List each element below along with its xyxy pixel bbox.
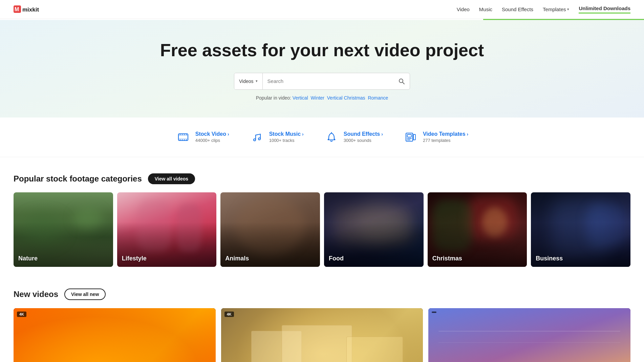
svg-rect-6 — [178, 135, 188, 136]
category-card-food[interactable]: Food — [324, 192, 424, 267]
quick-link-stock-music[interactable]: Stock Music › 1000+ tracks — [250, 130, 304, 145]
svg-rect-8 — [180, 134, 180, 135]
category-card-christmas[interactable]: Christmas — [428, 192, 527, 267]
business-label: Business — [536, 255, 563, 262]
svg-point-16 — [254, 139, 256, 141]
film-reel-icon — [403, 130, 418, 145]
svg-rect-11 — [186, 134, 187, 135]
new-videos-header: New videos View all new — [14, 289, 630, 300]
svg-rect-12 — [180, 139, 180, 141]
svg-rect-10 — [184, 134, 185, 135]
film-icon — [176, 130, 191, 145]
quick-link-sound-effects[interactable]: Sound Effects › 3000+ sounds — [324, 130, 383, 145]
food-label: Food — [329, 255, 344, 262]
categories-section: Popular stock footage categories View al… — [0, 157, 644, 278]
logo-svg: M mixkit — [14, 5, 44, 14]
popular-label: Popular in video: — [256, 95, 291, 101]
quick-link-stock-music-text: Stock Music › 1000+ tracks — [269, 131, 304, 143]
quick-links-section: Stock Video › 44000+ clips Stock Music ›… — [0, 118, 644, 157]
search-type-label: Videos — [239, 79, 254, 84]
tag-vertical[interactable]: Vertical — [293, 95, 308, 101]
search-bar: Videos ▾ — [234, 73, 410, 90]
navbar: M mixkit Video Music Sound Effects Templ… — [0, 0, 644, 19]
video-card-1[interactable]: 4K — [14, 308, 216, 362]
search-input[interactable] — [263, 73, 393, 89]
category-card-business[interactable]: Business — [531, 192, 630, 267]
svg-rect-7 — [178, 139, 188, 139]
view-all-new-button[interactable]: View all new — [64, 289, 106, 300]
quick-link-sound-effects-text: Sound Effects › 3000+ sounds — [344, 131, 383, 143]
hero-section: Free assets for your next video project … — [0, 20, 644, 118]
video-2-thumbnail — [221, 308, 423, 362]
svg-rect-9 — [182, 134, 183, 135]
svg-text:mixkit: mixkit — [22, 6, 39, 13]
svg-point-17 — [258, 138, 260, 140]
quick-link-stock-video[interactable]: Stock Video › 44000+ clips — [176, 130, 229, 145]
nav-links: Video Music Sound Effects Templates ▾ Un… — [457, 5, 630, 14]
nav-music[interactable]: Music — [479, 6, 492, 12]
video-grid: 4K 4K — [14, 308, 630, 362]
video-card-2[interactable]: 4K — [221, 308, 423, 362]
category-card-animals[interactable]: Animals — [220, 192, 320, 267]
popular-tags: Popular in video: Vertical Winter Vertic… — [7, 95, 637, 101]
templates-chevron-icon: ▾ — [567, 7, 569, 12]
christmas-label: Christmas — [432, 255, 462, 262]
quick-link-stock-video-text: Stock Video › 44000+ clips — [195, 131, 229, 143]
svg-rect-14 — [184, 139, 185, 141]
svg-rect-20 — [407, 134, 411, 137]
new-videos-section: New videos View all new 4K 4K — [0, 278, 644, 362]
video-3-badge — [432, 312, 436, 313]
video-3-thumbnail — [428, 308, 630, 362]
svg-rect-15 — [186, 139, 187, 141]
nature-label: Nature — [18, 255, 38, 262]
hero-heading: Free assets for your next video project — [7, 40, 637, 61]
video-1-badge: 4K — [17, 312, 26, 317]
search-button[interactable] — [393, 73, 410, 89]
view-all-videos-button[interactable]: View all videos — [148, 173, 195, 184]
tag-romance[interactable]: Romance — [368, 95, 388, 101]
nav-templates[interactable]: Templates ▾ — [543, 6, 569, 12]
search-icon — [398, 78, 405, 85]
video-1-thumbnail — [14, 308, 216, 362]
svg-rect-13 — [182, 139, 183, 141]
nav-sound-effects[interactable]: Sound Effects — [502, 6, 533, 12]
quick-link-video-templates-text: Video Templates › 277 templates — [423, 131, 468, 143]
bell-icon — [324, 130, 339, 145]
lifestyle-label: Lifestyle — [122, 255, 147, 262]
tag-vertical-christmas[interactable]: Vertical Christmas — [327, 95, 365, 101]
categories-header: Popular stock footage categories View al… — [14, 173, 630, 184]
nav-unlimited[interactable]: Unlimited Downloads — [579, 5, 630, 14]
svg-line-4 — [403, 82, 404, 84]
nav-video[interactable]: Video — [457, 6, 470, 12]
logo[interactable]: M mixkit — [14, 5, 44, 14]
category-grid: Nature Lifestyle Animals — [14, 192, 630, 267]
new-videos-title: New videos — [14, 290, 58, 299]
animals-label: Animals — [225, 255, 249, 262]
search-type-dropdown[interactable]: Videos ▾ — [234, 73, 263, 89]
category-card-lifestyle[interactable]: Lifestyle — [117, 192, 217, 267]
tag-winter[interactable]: Winter — [311, 95, 324, 101]
categories-title: Popular stock footage categories — [14, 174, 142, 184]
video-2-badge: 4K — [224, 312, 234, 317]
svg-text:M: M — [15, 6, 19, 12]
svg-rect-23 — [413, 134, 415, 140]
video-card-3[interactable] — [428, 308, 630, 362]
quick-link-video-templates[interactable]: Video Templates › 277 templates — [403, 130, 468, 145]
dropdown-caret-icon: ▾ — [256, 79, 258, 83]
category-card-nature[interactable]: Nature — [14, 192, 113, 267]
music-icon — [250, 130, 264, 145]
